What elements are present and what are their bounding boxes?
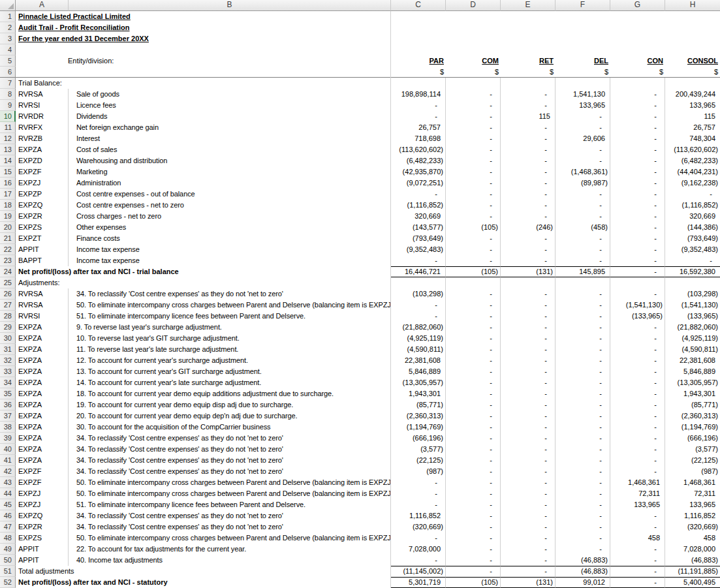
- cell-F50[interactable]: (46,883): [556, 555, 610, 566]
- cell-D21[interactable]: -: [446, 233, 501, 244]
- row-header-4[interactable]: 4: [0, 44, 16, 55]
- cell-D26[interactable]: -: [446, 288, 501, 300]
- cell-C26[interactable]: (103,298): [391, 288, 446, 300]
- row-header-5[interactable]: 5: [0, 55, 16, 67]
- cell-H22[interactable]: (9,352,483): [665, 244, 720, 255]
- cell-A41[interactable]: EXPZA: [16, 455, 69, 466]
- cell-F32[interactable]: -: [556, 355, 610, 366]
- cell-D14[interactable]: -: [446, 155, 501, 166]
- cell-D29[interactable]: -: [446, 322, 501, 333]
- cell-D34[interactable]: -: [446, 377, 501, 388]
- cell-A49[interactable]: APPIT: [16, 544, 69, 555]
- row-header-50[interactable]: 50: [0, 555, 16, 566]
- cell-F48[interactable]: -: [556, 533, 610, 544]
- row-header-2[interactable]: 2: [0, 22, 16, 33]
- cell-A38[interactable]: EXPZA: [16, 422, 69, 433]
- row-header-30[interactable]: 30: [0, 333, 16, 344]
- cell-E36[interactable]: -: [501, 399, 556, 410]
- cell-H37[interactable]: (2,360,313): [665, 410, 720, 422]
- cell-G7[interactable]: [610, 78, 665, 89]
- row-header-36[interactable]: 36: [0, 399, 16, 410]
- cell-B38[interactable]: 30. To account for the acquisition of th…: [69, 422, 391, 433]
- select-all-corner[interactable]: [0, 0, 16, 11]
- cell-H45[interactable]: 133,965: [665, 499, 720, 510]
- cell-G44[interactable]: 72,311: [610, 488, 665, 499]
- row-header-19[interactable]: 19: [0, 211, 16, 222]
- row-header-31[interactable]: 31: [0, 344, 16, 355]
- cell-D44[interactable]: -: [446, 488, 501, 499]
- cell-A34[interactable]: EXPZA: [16, 377, 69, 388]
- cell-C16[interactable]: (9,072,251): [391, 178, 446, 189]
- cell-C38[interactable]: (1,194,769): [391, 422, 446, 433]
- row-header-41[interactable]: 41: [0, 455, 16, 466]
- cell-D33[interactable]: -: [446, 366, 501, 377]
- cell-H19[interactable]: 320,669: [665, 211, 720, 222]
- cells-C1-H1[interactable]: [391, 11, 720, 22]
- cell-B11[interactable]: Net foreign exchange gain: [69, 122, 391, 133]
- cell-A12[interactable]: RVRZB: [16, 133, 69, 144]
- cell-E28[interactable]: -: [501, 311, 556, 322]
- cell-F47[interactable]: -: [556, 521, 610, 533]
- cell-G18[interactable]: -: [610, 200, 665, 211]
- cell-E15[interactable]: -: [501, 166, 556, 178]
- cell-H8[interactable]: 200,439,244: [665, 89, 720, 100]
- cell-D37[interactable]: -: [446, 410, 501, 422]
- cell-D47[interactable]: -: [446, 521, 501, 533]
- cell-F34[interactable]: -: [556, 377, 610, 388]
- cell-C46[interactable]: 1,116,852: [391, 510, 446, 521]
- row-header-33[interactable]: 33: [0, 366, 16, 377]
- cell-H16[interactable]: (9,162,238): [665, 178, 720, 189]
- cell-B33[interactable]: 13. To account for current year's GIT su…: [69, 366, 391, 377]
- cell-H46[interactable]: 1,116,852: [665, 510, 720, 521]
- row-header-27[interactable]: 27: [0, 300, 16, 311]
- cell-B46[interactable]: 34. To reclassify 'Cost centre expenses'…: [69, 510, 391, 521]
- cell-C7[interactable]: [391, 78, 446, 89]
- cell-G41[interactable]: -: [610, 455, 665, 466]
- cell-C32[interactable]: 22,381,608: [391, 355, 446, 366]
- cell-D20[interactable]: (105): [446, 222, 501, 233]
- cell-H13[interactable]: (113,620,602): [665, 144, 720, 155]
- cell-F16[interactable]: (89,987): [556, 178, 610, 189]
- cell-E16[interactable]: -: [501, 178, 556, 189]
- cell-A39[interactable]: EXPZA: [16, 433, 69, 444]
- cell-H21[interactable]: (793,649): [665, 233, 720, 244]
- cell-A32[interactable]: EXPZA: [16, 355, 69, 366]
- cell-E50[interactable]: -: [501, 555, 556, 566]
- cell-G30[interactable]: -: [610, 333, 665, 344]
- cell-A36[interactable]: EXPZA: [16, 399, 69, 410]
- cell-C8[interactable]: 198,898,114: [391, 89, 446, 100]
- row-header-13[interactable]: 13: [0, 144, 16, 155]
- cell-C29[interactable]: (21,882,060): [391, 322, 446, 333]
- total-label-24[interactable]: Net profit/(loss) after tax and NCI - tr…: [16, 266, 391, 277]
- cell-B12[interactable]: Interest: [69, 133, 391, 144]
- row-header-18[interactable]: 18: [0, 200, 16, 211]
- cell-F43[interactable]: -: [556, 477, 610, 488]
- cell-B8[interactable]: Sale of goods: [69, 89, 391, 100]
- cell-D19[interactable]: -: [446, 211, 501, 222]
- cell-H36[interactable]: (85,771): [665, 399, 720, 410]
- cell-C15[interactable]: (42,935,870): [391, 166, 446, 178]
- cell-H12[interactable]: 748,304: [665, 133, 720, 144]
- cell-C11[interactable]: 26,757: [391, 122, 446, 133]
- section-label-25[interactable]: Adjustments:: [16, 277, 391, 288]
- cell-A29[interactable]: EXPZA: [16, 322, 69, 333]
- cell-B31[interactable]: 11. To reverse last year's late surcharg…: [69, 344, 391, 355]
- cell-B35[interactable]: 18. To account for current year demo equ…: [69, 388, 391, 399]
- cell-B43[interactable]: 50. To eliminate intercompany cross char…: [69, 477, 391, 488]
- cell-A44[interactable]: EXPZJ: [16, 488, 69, 499]
- row-header-8[interactable]: 8: [0, 89, 16, 100]
- cell-F24[interactable]: 145,895: [556, 266, 610, 277]
- cell-B27[interactable]: 50. To eliminate intercompany cross char…: [69, 300, 391, 311]
- cell-C17[interactable]: -: [391, 189, 446, 200]
- cell-A48[interactable]: EXPZS: [16, 533, 69, 544]
- col-header-F[interactable]: F: [556, 0, 610, 11]
- cell-G45[interactable]: 133,965: [610, 499, 665, 510]
- cell-A46[interactable]: EXPZQ: [16, 510, 69, 521]
- cell-F22[interactable]: -: [556, 244, 610, 255]
- cell-A42[interactable]: EXPZF: [16, 466, 69, 477]
- cell-G26[interactable]: -: [610, 288, 665, 300]
- cell-D28[interactable]: -: [446, 311, 501, 322]
- cell-E45[interactable]: -: [501, 499, 556, 510]
- cell-F52[interactable]: 99,012: [556, 577, 610, 588]
- cell-E38[interactable]: -: [501, 422, 556, 433]
